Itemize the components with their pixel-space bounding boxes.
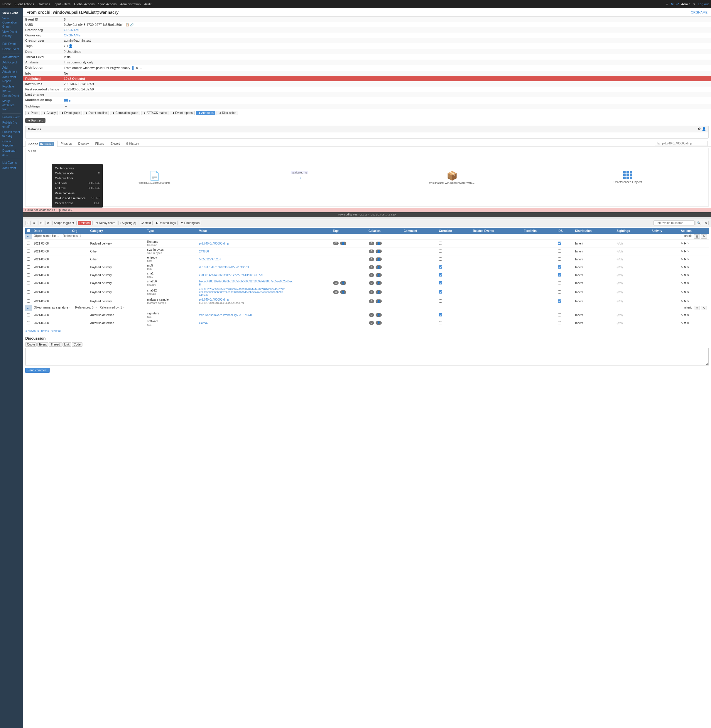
attr-search-btn[interactable]: 🔍 — [695, 221, 702, 225]
group1-expand-btn[interactable]: ⊞ — [694, 234, 700, 239]
action-edit[interactable]: ✎ — [681, 258, 683, 261]
tab-physics[interactable]: Physics — [58, 140, 75, 146]
graph-edit-label[interactable]: Edit — [31, 149, 36, 153]
sidebar-item-populate-from[interactable]: Populate from... — [2, 84, 21, 93]
tag-icon[interactable]: 🏷 — [333, 242, 339, 245]
attr-search-close[interactable]: ✕ — [703, 221, 709, 225]
row-checkbox[interactable] — [25, 279, 32, 287]
galaxy-icon[interactable]: ⚙ — [369, 313, 374, 317]
logout-link[interactable]: Log out — [698, 2, 709, 6]
sidebar-item-view-correlation-graph[interactable]: View Correlation Graph — [2, 16, 21, 30]
nav-input-filters[interactable]: Input Filters — [54, 2, 71, 6]
filter-view-grid[interactable]: ⊞ — [38, 221, 44, 225]
nav-home[interactable]: Home — [2, 2, 11, 6]
discussion-btn-thread[interactable]: Thread — [49, 342, 62, 347]
org-link[interactable]: ORGNAME — [691, 10, 708, 14]
row-value[interactable]: b7cac49831926e3026b81955b8b6d0332f19c9ef… — [197, 279, 331, 287]
group2-expand-icon[interactable]: ● — [25, 305, 32, 311]
sidebar-item-enrich-event[interactable]: Enrich Event — [2, 93, 21, 99]
discussion-textarea[interactable] — [25, 348, 709, 365]
sidebar-item-contact-reporter[interactable]: Contact Reporter — [2, 139, 21, 148]
tag-icon[interactable]: 🏷 — [333, 290, 339, 294]
sighting-btn[interactable]: ▪ Sighting(8) — [118, 221, 138, 225]
nav-administration[interactable]: Administration — [120, 2, 141, 6]
galaxy-icon[interactable]: ⚙ — [369, 257, 374, 261]
context-menu-cancel[interactable]: Cancel / closeDEL — [52, 201, 103, 206]
tab-scope[interactable]: Scope Reference — [25, 140, 58, 147]
action-edit[interactable]: ✎ — [681, 313, 683, 317]
filter-view-close[interactable]: ✕ — [45, 221, 51, 225]
group2-edit-btn[interactable]: ✎ — [701, 306, 707, 310]
action-edit[interactable]: ✎ — [681, 322, 683, 325]
row-correlate[interactable] — [437, 279, 471, 287]
row-value[interactable]: c289014eb1a30b6391275ede502b13d1e86e65d5 — [197, 271, 331, 279]
malware-node[interactable]: 📦 av-signature: Win.Ransomware.Wan[...] — [429, 171, 475, 185]
row-checkbox[interactable] — [25, 271, 32, 279]
sidebar-item-list-events[interactable]: List Events — [2, 160, 21, 165]
galaxy-user[interactable]: 👤 — [376, 242, 382, 245]
pagination-previous[interactable]: « previous — [25, 329, 39, 332]
row-checkbox[interactable] — [25, 248, 32, 255]
context-menu-reset[interactable]: Reset for value — [52, 191, 103, 196]
group1-expand-icon[interactable]: ● — [25, 234, 32, 239]
sidebar-item-download-as[interactable]: Download as... — [2, 148, 21, 158]
row-value[interactable]: abd6e167eac05eb6e42887388a4995097d7b1a1e… — [197, 287, 331, 297]
row-correlate[interactable] — [437, 319, 471, 327]
galaxy-user[interactable]: 👤 — [376, 265, 382, 269]
action-delete[interactable]: ✕ — [687, 266, 689, 269]
filter-add-btn[interactable]: + — [25, 221, 31, 225]
action-flag[interactable]: ⚑ — [684, 250, 686, 253]
action-delete[interactable]: ✕ — [687, 313, 689, 317]
action-edit[interactable]: ✎ — [681, 282, 683, 285]
tag-icon[interactable]: 🏷 — [333, 281, 339, 285]
tab-search-input[interactable] — [655, 141, 708, 146]
galaxy-user[interactable]: 👤 — [376, 313, 382, 317]
row-value[interactable]: Win.Ransomware.WannaCry-6313787-0 — [197, 311, 331, 319]
context-btn[interactable]: Context — [139, 221, 153, 225]
select-all-checkbox[interactable] — [27, 229, 30, 232]
nav-galaxies[interactable]: Galaxies — [38, 2, 50, 6]
action-delete[interactable]: ✕ — [687, 300, 689, 303]
toolbar-galaxy[interactable]: ◄ Galaxy — [41, 111, 58, 115]
context-menu-edit-row[interactable]: Edit rowSHIFT+E — [52, 186, 103, 191]
group2-expand-btn[interactable]: ⊞ — [694, 306, 700, 310]
toolbar-event-reports[interactable]: ◄ Event reports — [170, 111, 194, 115]
dist-icon-2[interactable]: ⚙ — [136, 66, 139, 69]
discussion-btn-quote[interactable]: Quote — [25, 342, 37, 347]
sidebar-item-publish-zmq[interactable]: Publish event to ZMQ — [2, 130, 21, 139]
toolbar-event-graph[interactable]: ◄ Event graph — [59, 111, 82, 115]
row-value[interactable]: pid.740.0x400000.dmp — [197, 239, 331, 248]
action-flag[interactable]: ⚑ — [684, 282, 686, 285]
row-value[interactable]: d5199f70deb1cb8d3e0a1f55a1cf9c7f1 — [197, 263, 331, 271]
tab-history[interactable]: 9 History — [123, 140, 142, 146]
from-e-button[interactable]: ◄ From e... — [25, 118, 46, 123]
action-flag[interactable]: ⚑ — [684, 300, 686, 303]
tab-filters[interactable]: Filters — [92, 140, 108, 146]
deleted-btn[interactable]: Deleted — [78, 221, 91, 225]
sidebar-item-publish-event[interactable]: Publish Event — [2, 115, 21, 120]
action-flag[interactable]: ⚑ — [684, 266, 686, 269]
file-node[interactable]: 📄 file: pid.740.0x400000.dmp — [139, 171, 171, 185]
nav-audit[interactable]: Audit — [144, 2, 151, 6]
sidebar-item-add-event-report[interactable]: Add Event Report — [2, 75, 21, 84]
action-edit[interactable]: ✎ — [681, 242, 683, 245]
toolbar-posts[interactable]: ◄ Posts — [25, 111, 40, 115]
tag-user[interactable]: 👤 — [340, 290, 346, 294]
action-delete[interactable]: ✕ — [687, 258, 689, 261]
row-checkbox[interactable] — [25, 297, 32, 305]
sidebar-item-publish-no-email[interactable]: Publish (no email) — [2, 120, 21, 130]
sightings-add-icon[interactable]: + — [65, 105, 67, 108]
context-menu-collapse-from[interactable]: Collapse from — [52, 176, 103, 181]
nav-sync-actions[interactable]: Sync Actions — [98, 2, 117, 6]
toolbar-attributes[interactable]: ◄ Attributes — [196, 111, 215, 115]
row-correlate[interactable] — [437, 248, 471, 255]
tag-user-icon[interactable]: 👤 — [68, 44, 73, 48]
galaxy-icon[interactable]: ⚙ — [369, 290, 374, 294]
row-checkbox[interactable] — [25, 239, 32, 248]
toolbar-attck-matrix[interactable]: ◄ ATT&CK matrix — [141, 111, 169, 115]
action-flag[interactable]: ⚑ — [684, 273, 686, 277]
galaxy-user[interactable]: 👤 — [376, 290, 382, 294]
send-comment-button[interactable]: Send comment — [25, 368, 50, 373]
action-edit[interactable]: ✎ — [681, 291, 683, 294]
row-correlate[interactable] — [437, 239, 471, 248]
